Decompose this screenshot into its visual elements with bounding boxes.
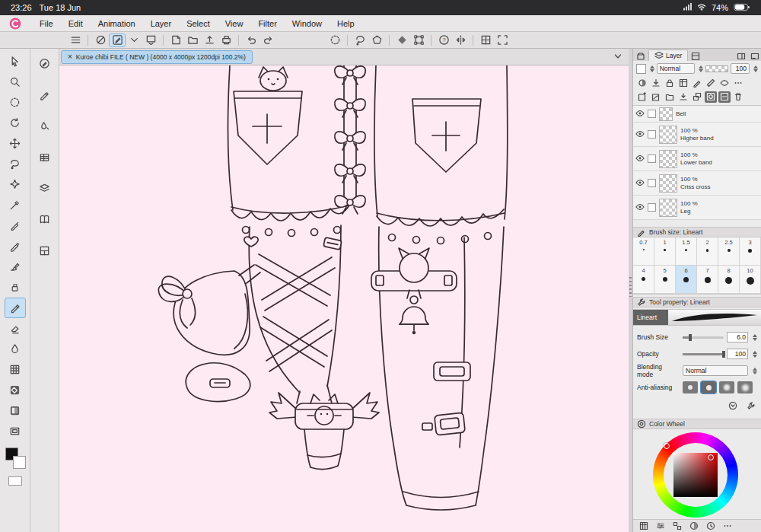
main-color-swatches[interactable] [4,448,27,472]
brush-size-cell[interactable]: 1.5 [676,237,697,266]
menu-help[interactable]: Help [330,15,362,32]
redo-icon[interactable] [260,33,276,47]
palette-menu-icon[interactable] [735,51,747,61]
blend-tool[interactable] [5,339,26,359]
new-layer-icon[interactable] [636,91,648,103]
opacity-input[interactable]: 100 [727,349,748,359]
auto-select-tool[interactable] [5,174,26,195]
subtool-blend-icon[interactable] [34,116,56,136]
brush-size-cell[interactable]: 2 [697,237,718,266]
layer-checkbox[interactable] [648,179,656,187]
subtool-layers-icon[interactable] [34,178,56,199]
color-wheel-panel-header[interactable]: Color Wheel [633,419,761,429]
airbrush-tool[interactable] [5,277,26,298]
subtool-favorites-icon[interactable] [34,53,56,74]
blend-mode-select[interactable]: Normal [657,63,696,74]
gradient-tool[interactable] [5,400,26,421]
layer-thumbnail[interactable] [659,126,677,144]
zoom-tool[interactable] [5,72,26,92]
palette-settings-icon[interactable] [721,521,734,532]
opacity-stepper[interactable] [753,351,757,358]
tab-layer[interactable]: Layer [648,49,688,61]
pen-tool[interactable] [5,215,26,236]
transfer-layer-icon[interactable] [677,91,689,103]
layer-row-higher-band[interactable]: 100 % Higher band [633,123,761,147]
layer-checkbox[interactable] [648,110,656,118]
expand-properties-icon[interactable] [727,400,739,412]
brush-tool[interactable] [5,256,26,277]
brush-size-cell[interactable]: 1 [654,237,676,266]
crop-marks-icon[interactable] [494,33,511,47]
mode-chevron-icon[interactable] [126,33,142,47]
blending-mode-select[interactable]: Normal [683,365,748,376]
opacity-input[interactable]: 100 [731,63,750,74]
brush-size-cell[interactable]: 0.7 [633,237,654,266]
menu-file[interactable]: File [32,15,61,32]
swatch-stepper[interactable] [650,65,654,72]
layer-thumbnail[interactable] [659,199,677,217]
transform-icon[interactable] [410,33,427,47]
visibility-eye-icon[interactable] [635,109,645,119]
menu-select[interactable]: Select [179,15,218,32]
layer-thumbnail[interactable] [659,174,677,193]
document-tab[interactable]: × Kuroe chibi FILE ( NEW ) (4000 x 4000p… [61,50,253,64]
antialias-middle-button[interactable] [719,381,734,393]
lock-alpha-icon[interactable] [677,78,689,89]
polygon-select-icon[interactable] [368,33,385,47]
tab-list-chevron-icon[interactable] [613,50,622,64]
lasso-tool[interactable] [5,154,26,174]
eraser-tool[interactable] [5,318,26,339]
menu-layer[interactable]: Layer [143,15,180,32]
subtool-grid-icon[interactable] [34,147,56,167]
draft-layer-icon[interactable] [691,78,703,89]
blending-stepper[interactable] [753,368,757,374]
fill-tool[interactable] [5,380,26,400]
clip-mask-icon[interactable] [636,78,648,89]
export-icon[interactable] [201,33,218,47]
brush-size-cell[interactable]: 10 [740,266,761,294]
frame-border-tool[interactable] [5,421,26,441]
divider-grip[interactable] [629,277,632,297]
opacity-slider[interactable] [705,65,728,72]
menu-view[interactable]: View [218,15,251,32]
antialias-none-button[interactable] [683,381,698,393]
grid-icon[interactable] [477,33,494,47]
close-tab-icon[interactable]: × [68,53,72,61]
menu-edit[interactable]: Edit [61,15,91,32]
antialias-strong-button[interactable] [737,381,753,393]
apply-mask-icon[interactable] [718,91,731,103]
edit-mode-icon[interactable] [109,33,126,47]
brush-size-cell[interactable]: 5 [654,266,676,294]
more-options-icon[interactable] [732,78,744,89]
selection-tool[interactable] [5,92,26,113]
brush-size-cell[interactable]: 3 [740,237,761,266]
brush-size-cell[interactable]: 7 [697,266,718,294]
eyedropper-tool[interactable] [5,195,26,215]
canvas-artwork[interactable] [59,65,629,532]
move-tool[interactable] [5,133,26,154]
menu-window[interactable]: Window [285,15,330,32]
visibility-eye-icon[interactable] [635,202,645,213]
tab-layer-property-icon[interactable] [689,51,702,61]
brush-size-stepper[interactable] [753,334,757,341]
sv-marker[interactable] [708,454,714,460]
undo-icon[interactable] [243,33,260,47]
visibility-eye-icon[interactable] [635,154,645,164]
subtool-book-icon[interactable] [34,209,56,230]
open-file-icon[interactable] [184,33,201,47]
layer-mask-icon[interactable] [705,91,717,103]
layer-row-leg[interactable]: 100 % Leg [633,196,761,220]
lineart-pen-tool[interactable] [5,298,26,318]
subtool-frames-icon[interactable] [34,241,56,261]
print-icon[interactable] [218,33,234,47]
layer-color-swatch[interactable] [636,64,646,74]
menu-filter[interactable]: Filter [250,15,284,32]
box-chevron-icon[interactable] [142,33,159,47]
antialias-weak-button[interactable] [701,381,716,393]
visibility-eye-icon[interactable] [635,178,645,189]
select-lasso-icon[interactable] [352,33,368,47]
layer-checkbox[interactable] [648,203,656,212]
layer-thumbnail[interactable] [659,150,677,168]
transparent-color-swatch[interactable] [8,476,22,486]
layer-row-lower-band[interactable]: 100 % Lower band [633,147,761,171]
